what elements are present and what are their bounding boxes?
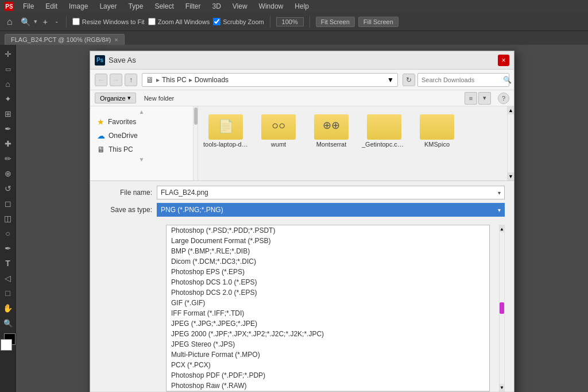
sidebar-item-thispc[interactable]: 🖥 This PC: [90, 143, 193, 156]
dropdown-item-3[interactable]: Dicom (*.DCM;*.DC3;*.DIC): [167, 256, 489, 267]
refresh-button[interactable]: ↻: [403, 74, 415, 86]
dropdown-item-16[interactable]: Pixar (*.PXR): [167, 391, 489, 391]
eyedropper-tool[interactable]: ✒: [1, 122, 15, 136]
dropdown-item-4[interactable]: Photoshop EPS (*.EPS): [167, 267, 489, 277]
help-button[interactable]: ?: [498, 93, 509, 104]
dropdown-item-6[interactable]: Photoshop DCS 2.0 (*.EPS): [167, 287, 489, 298]
scroll-down-arrow[interactable]: ▼: [508, 172, 514, 180]
menu-file[interactable]: File: [21, 1, 36, 11]
zoom-all-input[interactable]: [148, 18, 156, 25]
file-item-1[interactable]: ○○ wumt: [256, 111, 301, 148]
menu-edit[interactable]: Edit: [43, 1, 60, 11]
dropdown-item-8[interactable]: IFF Format (*.IFF;*.TDI): [167, 308, 489, 318]
search-box[interactable]: 🔍: [417, 73, 509, 87]
zoom-dropdown-icon[interactable]: ▾: [34, 18, 37, 25]
file-item-0[interactable]: 📄 tools-laptop-desk-mock-up: [203, 111, 249, 148]
scrubby-zoom-input[interactable]: [213, 18, 220, 25]
sidebar-scroll-up[interactable]: ▲: [90, 109, 193, 115]
dropdown-scroll-down[interactable]: ▼: [500, 384, 504, 391]
history-tool[interactable]: ↺: [1, 182, 15, 195]
file-item-2[interactable]: ⊕⊕ Montserrat: [308, 111, 354, 148]
move-tool[interactable]: ✛: [1, 47, 15, 61]
file-item-3[interactable]: _Getintopc.com_ Panda AV Pro 17: [361, 111, 407, 148]
zoom-out-icon[interactable]: -: [53, 17, 60, 27]
organize-button[interactable]: Organize ▾: [95, 93, 136, 103]
dialog-title-left: Ps Save As: [95, 55, 136, 66]
dropdown-scrollbar[interactable]: ▲ ▼: [499, 225, 505, 391]
savetype-select[interactable]: PNG (*.PNG;*.PNG) ▾: [157, 203, 505, 217]
document-tab[interactable]: FLAG_B24.PCT @ 100% (RGB/8#) ×: [5, 34, 125, 45]
file-item-4[interactable]: KMSpico: [414, 111, 460, 148]
menu-image[interactable]: Image: [67, 1, 90, 11]
background-color[interactable]: [1, 339, 12, 351]
dropdown-item-7[interactable]: GIF (*.GIF): [167, 298, 489, 308]
brush-tool[interactable]: ✏: [1, 152, 15, 166]
dropdown-item-1[interactable]: Large Document Format (*.PSB): [167, 236, 489, 246]
forward-button[interactable]: →: [110, 74, 122, 86]
menu-view[interactable]: View: [230, 1, 250, 11]
dropdown-item-14[interactable]: Photoshop PDF (*.PDF;*.PDP): [167, 370, 489, 381]
dropdown-item-12[interactable]: Multi-Picture Format (*.MPO): [167, 349, 489, 360]
path-dropdown-icon[interactable]: ▼: [387, 76, 394, 84]
magic-wand-tool[interactable]: ✦: [1, 92, 15, 106]
zoom-all-checkbox[interactable]: Zoom All Windows: [148, 18, 210, 25]
sidebar-scroll-down[interactable]: ▼: [90, 156, 193, 163]
view-dropdown-button[interactable]: ▾: [478, 92, 491, 105]
view-icon-button[interactable]: ≡: [465, 92, 477, 105]
zoom-in-icon[interactable]: +: [41, 16, 50, 28]
fit-screen-button[interactable]: Fit Screen: [316, 17, 355, 27]
scroll-up-arrow[interactable]: ▲: [508, 106, 514, 114]
menu-type[interactable]: Type: [126, 1, 145, 11]
dropdown-item-9[interactable]: JPEG (*.JPG;*.JPEG;*.JPE): [167, 318, 489, 329]
pen-tool[interactable]: ✒: [1, 241, 15, 255]
dropdown-item-13[interactable]: PCX (*.PCX): [167, 360, 489, 370]
search-input[interactable]: [421, 76, 501, 83]
menu-3d[interactable]: 3D: [210, 1, 223, 11]
dropdown-item-0[interactable]: Photoshop (*.PSD;*.PDD;*.PSDT): [167, 225, 489, 236]
zoom-canvas-tool[interactable]: 🔍: [1, 316, 15, 330]
back-button[interactable]: ←: [95, 74, 107, 86]
scrubby-zoom-checkbox[interactable]: Scrubby Zoom: [213, 18, 264, 25]
dodge-tool[interactable]: ○: [1, 226, 15, 240]
crop-tool[interactable]: ⊞: [1, 107, 15, 121]
up-button[interactable]: ↑: [125, 74, 137, 86]
new-folder-button[interactable]: New folder: [141, 94, 178, 103]
healing-tool[interactable]: ✚: [1, 137, 15, 151]
lasso-tool[interactable]: ⌂: [1, 77, 15, 91]
dropdown-scroll-up[interactable]: ▲: [500, 225, 504, 232]
clone-tool[interactable]: ⊕: [1, 167, 15, 180]
resize-windows-checkbox[interactable]: Resize Windows to Fit: [72, 18, 145, 25]
type-tool[interactable]: T: [1, 256, 15, 270]
menu-layer[interactable]: Layer: [97, 1, 119, 11]
zoom-icon[interactable]: 🔍: [18, 16, 33, 28]
savetype-row: Save as type: PNG (*.PNG;*.PNG) ▾: [99, 203, 505, 217]
sidebar-item-onedrive[interactable]: ☁ OneDrive: [90, 129, 193, 143]
fill-screen-button[interactable]: Fill Screen: [358, 17, 399, 27]
file-browser: ▲ ★ Favorites ☁ OneDrive 🖥 This PC: [90, 106, 514, 181]
gradient-tool[interactable]: ◫: [1, 212, 15, 225]
file-grid-scrollbar[interactable]: ▲ ▼: [507, 106, 514, 180]
dialog-close-button[interactable]: ×: [498, 55, 509, 66]
path-tool[interactable]: ◁: [1, 271, 15, 285]
hand-tool[interactable]: ✋: [1, 301, 15, 315]
dropdown-item-5[interactable]: Photoshop DCS 1.0 (*.EPS): [167, 277, 489, 287]
dropdown-item-10[interactable]: JPEG 2000 (*.JPF;*.JPX;*.JP2;*.J2C;*.J2K…: [167, 329, 489, 339]
sidebar-item-favorites[interactable]: ★ Favorites: [90, 115, 193, 129]
zoom-level-input[interactable]: [276, 17, 304, 26]
tab-close-button[interactable]: ×: [114, 36, 118, 43]
menu-filter[interactable]: Filter: [183, 1, 203, 11]
menu-help[interactable]: Help: [292, 1, 311, 11]
shape-tool[interactable]: □: [1, 286, 15, 300]
dropdown-item-15[interactable]: Photoshop Raw (*.RAW): [167, 381, 489, 391]
home-icon[interactable]: ⌂: [5, 16, 15, 28]
sidebar-scrollbar[interactable]: [194, 106, 198, 180]
dropdown-item-2[interactable]: BMP (*.BMP;*.RLE;*.DIB): [167, 246, 489, 256]
dropdown-item-11[interactable]: JPEG Stereo (*.JPS): [167, 339, 489, 349]
file-type-dropdown[interactable]: Photoshop (*.PSD;*.PDD;*.PSDT) Large Doc…: [166, 225, 490, 391]
menu-select[interactable]: Select: [152, 1, 176, 11]
resize-windows-input[interactable]: [72, 18, 80, 25]
eraser-tool[interactable]: ◻: [1, 197, 15, 210]
select-tool[interactable]: ▭: [1, 62, 15, 76]
menu-window[interactable]: Window: [257, 1, 286, 11]
filename-input[interactable]: FLAG_B24.png ▾: [157, 186, 505, 199]
